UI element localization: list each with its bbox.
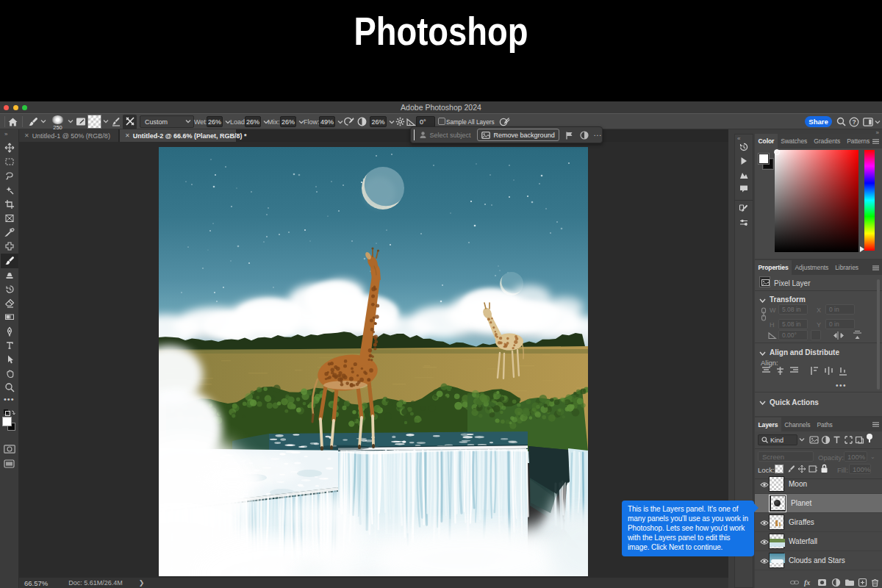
svg-text:?: ? (852, 118, 856, 126)
svg-text:fx: fx (804, 578, 810, 587)
